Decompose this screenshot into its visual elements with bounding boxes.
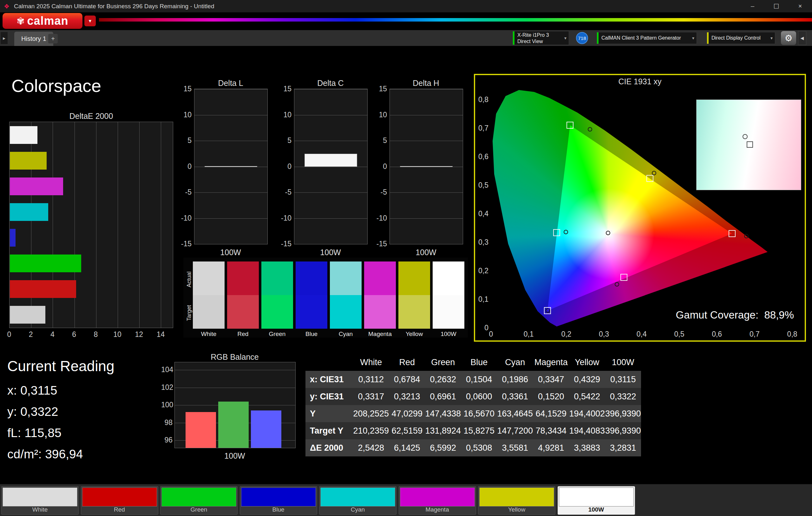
swatch-cyan: Cyan	[330, 262, 361, 337]
table-cell: 147,7200	[497, 422, 533, 439]
rgb-plot-area	[174, 362, 296, 448]
axis-tick-label: -10	[278, 214, 291, 222]
meter-mode: Direct View	[517, 38, 569, 45]
axis-tick-label: 10	[374, 111, 387, 119]
gridline	[294, 244, 367, 244]
table-cell: 0,3361	[497, 388, 533, 405]
target-white-marker	[747, 141, 753, 148]
gridline	[195, 192, 267, 193]
table-column-header: Red	[389, 354, 425, 371]
axis-tick-label: 0,3	[476, 238, 489, 247]
measured-marker-magenta	[615, 282, 619, 286]
patch-button-cyan[interactable]: Cyan	[319, 486, 397, 515]
display-control-label: Direct Display Control	[712, 35, 761, 41]
patch-button-magenta[interactable]: Magenta	[399, 486, 476, 515]
swatch-target-color	[296, 295, 327, 329]
rgb-balance-chart: RGB Balance 100W 1041021009896	[161, 353, 302, 465]
axis-tick-label: 0	[3, 330, 16, 339]
axis-tick-label: 5	[178, 136, 192, 145]
swatch-100w: 100W	[433, 262, 464, 337]
patch-button-blue[interactable]: Blue	[240, 486, 317, 515]
axis-tick-label: 2	[24, 330, 37, 339]
patch-button-100w[interactable]: 100W	[558, 486, 635, 515]
meter-status-badge[interactable]: 718	[576, 32, 588, 44]
table-cell: 6,1425	[389, 439, 425, 456]
swatch-actual-color	[364, 262, 396, 295]
axis-tick-label: 0,1	[476, 295, 489, 304]
measured-marker-red	[744, 234, 749, 238]
tab-scroll-button[interactable]: ▸	[1, 32, 8, 44]
gridline	[294, 167, 367, 167]
table-cell: 0,6961	[425, 388, 461, 405]
table-cell: 208,2525	[353, 405, 389, 422]
target-marker-red	[729, 230, 735, 237]
gamut-coverage-value: 88,9%	[764, 309, 794, 321]
gridline	[390, 192, 463, 193]
delta-h-chart: Delta H 100W 151050-5-10-15	[374, 79, 469, 261]
pattern-generator-label: CalMAN Client 3 Pattern Generator	[601, 35, 681, 41]
meter-name: X-Rite i1Pro 3	[517, 32, 569, 38]
chevron-down-icon: ▾	[771, 35, 773, 40]
delta-l-chart: Delta L 100W 151050-5-10-15	[178, 79, 273, 261]
table-cell: 396,9390	[605, 405, 641, 422]
table-cell: 0,2632	[425, 371, 461, 388]
swatch-actual-color	[398, 262, 430, 295]
axis-tick-label: 104	[161, 365, 173, 374]
table-cell: 0,1504	[461, 371, 497, 388]
tab-history-1[interactable]: History 1	[14, 32, 53, 46]
table-cell: 3,3883	[569, 439, 605, 456]
settings-gear-button[interactable]: ⚙	[781, 31, 796, 45]
collapse-panel-button[interactable]: ◀	[798, 31, 806, 45]
category-label: 100W	[294, 248, 367, 257]
patch-button-green[interactable]: Green	[160, 486, 238, 515]
patch-button-white[interactable]: White	[1, 486, 79, 515]
axis-tick-label: 102	[161, 383, 173, 392]
calman-app: ❖ Calman 2025 Calman Ultimate for Busine…	[0, 0, 812, 516]
deltae-bar-100w	[10, 306, 46, 324]
table-cell: 62,5159	[389, 422, 425, 439]
table-cell: 4,9281	[533, 439, 569, 456]
table-cell: 3,5581	[497, 439, 533, 456]
swatch-label: Yellow	[398, 331, 430, 338]
axis-tick-label: 5	[278, 136, 291, 145]
target-marker-green	[567, 122, 574, 129]
gamut-coverage-readout: Gamut Coverage: 88,9%	[676, 309, 794, 321]
category-label: 100W	[174, 451, 295, 460]
patch-button-red[interactable]: Red	[81, 486, 158, 515]
swatch-red: Red	[227, 262, 259, 337]
display-control-dropdown[interactable]: Direct Display Control ▾	[707, 32, 775, 44]
table-row-label: y: CIE31	[306, 388, 353, 405]
axis-tick-label: 0,2	[476, 267, 489, 275]
chart-title: CIE 1931 xy	[475, 77, 805, 86]
bottom-bar: WhiteRedGreenBlueCyanMagentaYellow100W ▲…	[0, 484, 812, 516]
deltae-bar-red	[10, 280, 76, 298]
patch-color-blue	[241, 487, 316, 507]
measured-marker-cyan	[563, 230, 568, 234]
axis-tick-label: 0,8	[476, 95, 489, 104]
axis-tick-label: 15	[278, 85, 291, 93]
table-cell: 0,3112	[353, 371, 389, 388]
axis-tick-label: 10	[111, 330, 124, 339]
add-tab-button[interactable]: +	[48, 34, 58, 43]
meter-status-bar	[513, 31, 515, 45]
close-button[interactable]: ×	[788, 0, 812, 12]
pattern-generator-dropdown[interactable]: CalMAN Client 3 Pattern Generator ▾	[597, 32, 697, 44]
gridline	[294, 192, 367, 193]
gridline	[161, 122, 161, 328]
swatch-actual-color	[261, 262, 293, 295]
gamut-coverage-label: Gamut Coverage:	[676, 309, 758, 321]
maximize-button[interactable]: ☐	[764, 0, 788, 12]
display-status-bar	[707, 32, 708, 44]
axis-tick-label: 0,4	[476, 210, 489, 218]
gridline	[195, 115, 267, 115]
axis-tick-label: 0	[178, 162, 192, 171]
measured-white-marker	[743, 134, 748, 139]
main-menu-arrow-button[interactable]: ▼	[84, 16, 96, 26]
patch-button-yellow[interactable]: Yellow	[478, 486, 555, 515]
minimize-button[interactable]: –	[741, 0, 764, 12]
deltae-plot-area	[9, 122, 173, 328]
meter-dropdown[interactable]: X-Rite i1Pro 3 Direct View ▾	[513, 31, 569, 45]
delta-bar-100w	[400, 166, 453, 167]
table-corner-cell	[306, 354, 353, 371]
calman-logo[interactable]: ✾ calman	[3, 13, 83, 29]
